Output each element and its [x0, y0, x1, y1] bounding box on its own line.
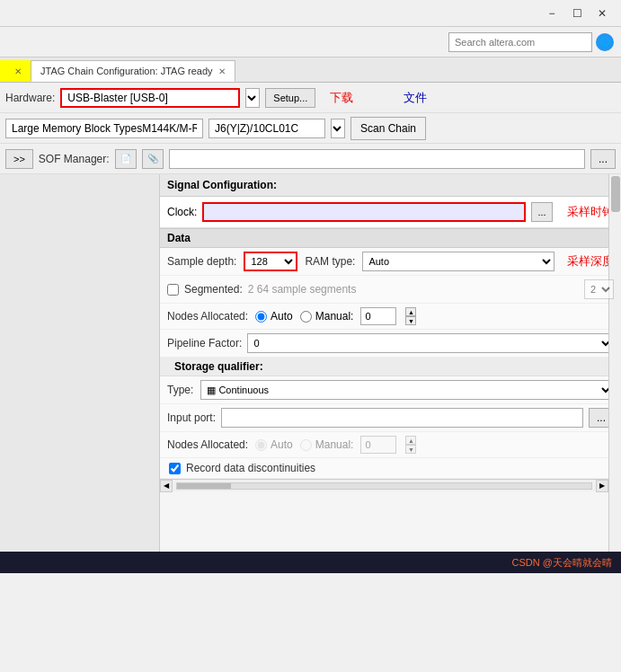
tab-jtag-close[interactable]: ✕	[218, 66, 226, 76]
ram-type-label: RAM type:	[305, 255, 355, 268]
nodes-auto-radio[interactable]	[255, 311, 267, 323]
device-dropdown[interactable]: ▼	[331, 119, 345, 138]
pipeline-select[interactable]: 0 1 2	[247, 333, 614, 353]
hardware-toolbar: Hardware: ▼ Setup... 下载 文件	[0, 83, 621, 113]
tab-jtag[interactable]: JTAG Chain Configuration: JTAG ready ✕	[31, 60, 235, 82]
segmented-select[interactable]: 2	[584, 279, 614, 299]
nodes-auto-label: Auto	[271, 310, 293, 323]
sof-ellipsis-button[interactable]: ...	[590, 149, 616, 169]
segmented-row: Segmented: 2 64 sample segments 2	[160, 276, 621, 304]
anno-wenjian: 文件	[404, 90, 427, 106]
setup-button[interactable]: Setup...	[265, 88, 315, 108]
device-input2[interactable]	[208, 119, 325, 138]
search-input[interactable]	[448, 32, 592, 52]
pipeline-label: Pipeline Factor:	[167, 337, 242, 349]
anno-caiyang-shengdu: 采样深度	[567, 253, 614, 270]
nodes-manual-label: Manual:	[315, 310, 354, 323]
vertical-scrollbar[interactable]	[608, 174, 621, 552]
nodes2-manual-radio[interactable]	[300, 439, 312, 451]
type-label: Type:	[167, 384, 193, 396]
footer: CSDN @天会晴就会晴	[0, 552, 621, 573]
sof-path-input[interactable]	[169, 149, 585, 169]
nodes-manual-radio[interactable]	[300, 311, 312, 323]
globe-icon[interactable]: 🌐	[596, 33, 614, 51]
tab-yellow[interactable]: ✕	[0, 60, 31, 82]
device-toolbar: ▼ Scan Chain	[0, 113, 621, 144]
close-button[interactable]: ✕	[590, 4, 614, 22]
scrollbar-thumb[interactable]	[611, 176, 620, 212]
signal-config-label: Signal Configuration:	[167, 179, 277, 191]
data-section-header: Data	[160, 228, 621, 248]
pipeline-row: Pipeline Factor: 0 1 2	[160, 330, 621, 358]
tabbar: ✕ JTAG Chain Configuration: JTAG ready ✕	[0, 57, 621, 83]
titlebar: − ☐ ✕	[0, 0, 621, 27]
signal-config-header: Signal Configuration:	[160, 174, 621, 197]
sof-toolbar: >> SOF Manager: 📄 📎 ...	[0, 144, 621, 174]
hscroll-left[interactable]: ◀	[160, 480, 173, 492]
hardware-label: Hardware:	[5, 92, 55, 104]
sample-depth-label: Sample depth:	[167, 255, 236, 268]
hscroll-right[interactable]: ▶	[596, 480, 608, 492]
nodes-manual-option[interactable]: Manual:	[300, 310, 354, 323]
nodes-label: Nodes Allocated:	[167, 310, 248, 323]
search-area: 🌐	[0, 27, 621, 57]
scan-chain-button[interactable]: Scan Chain	[350, 117, 426, 140]
segmented-checkbox[interactable]	[167, 284, 179, 296]
footer-text: CSDN @天会晴就会晴	[512, 556, 612, 570]
input-port-row: Input port: ...	[160, 404, 621, 432]
clock-row: Clock: ... 采样时钟	[160, 197, 621, 228]
left-panel	[0, 174, 160, 552]
tab-jtag-label: JTAG Chain Configuration: JTAG ready	[40, 66, 213, 76]
minimize-button[interactable]: −	[540, 4, 563, 22]
nodes2-label: Nodes Allocated:	[167, 438, 248, 451]
record-checkbox[interactable]	[169, 463, 181, 474]
clock-label: Clock:	[167, 206, 197, 218]
nodes2-manual-label: Manual:	[315, 438, 354, 451]
clock-input[interactable]	[202, 202, 526, 222]
input-port-input[interactable]	[221, 408, 583, 428]
hscroll-track[interactable]	[176, 482, 592, 490]
nodes-row: Nodes Allocated: Auto Manual: ▲ ▼	[160, 304, 621, 330]
maximize-button[interactable]: ☐	[565, 4, 589, 22]
sample-depth-row: Sample depth: 128 64 256 512 RAM type: A…	[160, 248, 621, 276]
anno-caiyang-shijian: 采样时钟	[567, 204, 614, 220]
nodes2-spin-up[interactable]: ▲	[405, 436, 416, 445]
clock-ellipsis-button[interactable]: ...	[531, 202, 553, 222]
nodes2-auto-radio[interactable]	[255, 439, 267, 451]
segmented-label: Segmented:	[184, 283, 243, 296]
hardware-dropdown[interactable]: ▼	[245, 88, 260, 108]
nodes-row2: Nodes Allocated: Auto Manual: ▲ ▼	[160, 432, 621, 458]
sof-file-icon[interactable]: 📄	[115, 149, 137, 169]
nodes-manual-input[interactable]	[360, 307, 396, 325]
nodes2-manual-input[interactable]	[360, 436, 396, 454]
storage-qualifier-header: Storage qualifier:	[160, 358, 621, 376]
arrow-button[interactable]: >>	[5, 149, 33, 169]
anno-xiazai: 下载	[330, 90, 353, 106]
nodes-auto-option[interactable]: Auto	[255, 310, 293, 323]
sample-depth-select[interactable]: 128 64 256 512	[244, 252, 297, 271]
segmented-note: 2 64 sample segments	[248, 283, 357, 296]
right-panel: Signal Configuration: Clock: ... 采样时钟 Da…	[160, 174, 621, 552]
record-row: Record data discontinuities	[160, 458, 621, 479]
nodes-spin-up[interactable]: ▲	[405, 307, 416, 316]
sof-paperclip-icon[interactable]: 📎	[142, 149, 164, 169]
ram-type-select[interactable]: Auto M4K M9K	[362, 252, 554, 271]
main-content: Signal Configuration: Clock: ... 采样时钟 Da…	[0, 174, 621, 552]
nodes2-auto-label: Auto	[271, 438, 293, 451]
hscroll-thumb[interactable]	[177, 483, 231, 489]
nodes-spin-down[interactable]: ▼	[405, 316, 416, 325]
type-select[interactable]: ▦ Continuous ▦ Trigger In ▦ Start/Stop	[200, 380, 614, 400]
record-label: Record data discontinuities	[186, 462, 315, 474]
horizontal-scrollbar[interactable]: ◀ ▶	[160, 479, 608, 491]
device-input[interactable]	[5, 119, 203, 138]
tab-yellow-close[interactable]: ✕	[14, 66, 22, 76]
nodes2-manual-option[interactable]: Manual:	[300, 438, 354, 451]
type-row: Type: ▦ Continuous ▦ Trigger In ▦ Start/…	[160, 376, 621, 404]
nodes2-auto-option[interactable]: Auto	[255, 438, 293, 451]
hardware-input[interactable]	[60, 88, 240, 108]
input-port-label: Input port:	[167, 411, 216, 424]
sof-label: SOF Manager:	[39, 153, 110, 165]
nodes2-spin-down[interactable]: ▼	[405, 445, 416, 454]
